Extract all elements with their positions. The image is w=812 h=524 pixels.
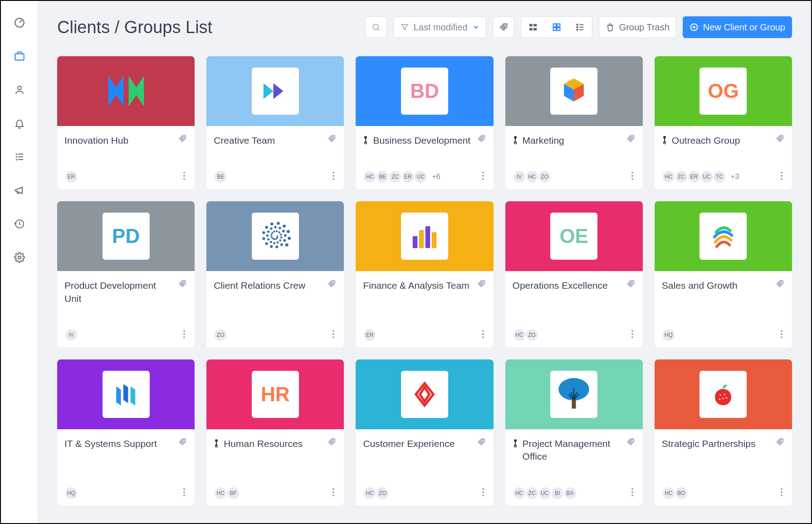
card-menu-button[interactable] [181, 170, 187, 184]
avatar-overflow[interactable]: +6 [432, 173, 440, 181]
avatar[interactable]: BA [563, 486, 577, 500]
card-menu-button[interactable] [330, 328, 337, 342]
nav-notifications[interactable] [10, 114, 29, 132]
view-cards[interactable] [521, 17, 545, 38]
nav-announce[interactable] [10, 181, 29, 199]
avatar[interactable]: BE [376, 170, 389, 184]
nav-tasks[interactable] [10, 148, 29, 166]
avatar[interactable]: HC [662, 486, 675, 500]
card-menu-button[interactable] [629, 486, 636, 500]
tag-icon[interactable] [626, 279, 636, 291]
avatar[interactable]: ZC [388, 170, 402, 184]
avatar[interactable]: HC [662, 170, 675, 184]
client-card[interactable]: OGOutreach GroupHCZCERUCTC+3 [655, 56, 792, 189]
nav-clients[interactable] [10, 47, 29, 65]
avatar[interactable]: HQ [64, 486, 78, 500]
avatar[interactable]: UC [700, 170, 714, 184]
avatar[interactable]: IV [513, 170, 526, 184]
svg-point-137 [631, 495, 633, 496]
client-card[interactable]: Creative TeamBE [206, 56, 344, 189]
tags-button[interactable] [493, 16, 514, 38]
client-card[interactable]: MarketingIVHCZO [505, 56, 643, 189]
avatar[interactable]: ZO [214, 328, 227, 342]
avatar[interactable]: UC [538, 486, 552, 500]
card-menu-button[interactable] [480, 328, 486, 342]
avatar[interactable]: IV [64, 328, 78, 342]
nav-people[interactable] [10, 81, 29, 99]
client-card[interactable]: BDBusiness DevelopmentHCBEZCERUC+6 [356, 56, 493, 189]
view-list[interactable] [568, 17, 592, 38]
nav-history[interactable] [10, 215, 29, 233]
avatar[interactable]: HC [214, 486, 227, 500]
avatar[interactable]: HC [363, 486, 377, 500]
client-card[interactable]: Project Management OfficeHCZCUCBIBA [505, 359, 643, 506]
card-menu-button[interactable] [480, 170, 486, 184]
client-card[interactable]: OEOperations ExcellenceHCZO [505, 201, 643, 348]
card-menu-button[interactable] [629, 170, 636, 184]
client-card[interactable]: PDProduct Development UnitIV [57, 201, 195, 348]
search-button[interactable] [365, 16, 387, 38]
tag-icon[interactable] [327, 134, 337, 146]
tag-icon[interactable] [775, 437, 785, 449]
tag-icon[interactable] [626, 437, 636, 449]
client-card[interactable]: HRHuman ResourcesHCBF [206, 359, 344, 506]
card-menu-button[interactable] [330, 170, 337, 184]
avatar[interactable]: BI [551, 486, 564, 500]
group-trash-button[interactable]: Group Trash [599, 16, 676, 38]
avatar[interactable]: ZC [675, 170, 688, 184]
new-client-button[interactable]: New Client or Group [683, 16, 792, 38]
card-title: Marketing [523, 134, 621, 147]
client-card[interactable]: Sales and GrowthHQ [655, 201, 792, 348]
avatar[interactable]: TC [713, 170, 726, 184]
card-menu-button[interactable] [480, 486, 486, 500]
avatar[interactable]: ZO [538, 170, 552, 184]
filter-dropdown[interactable]: Last modified [393, 16, 486, 38]
tag-icon[interactable] [476, 134, 486, 146]
avatar[interactable]: HC [363, 170, 377, 184]
avatar[interactable]: BE [214, 170, 227, 184]
tag-icon[interactable] [626, 134, 636, 146]
client-card[interactable]: IT & Systems SupportHQ [57, 359, 195, 506]
tag-icon[interactable] [476, 437, 486, 449]
card-menu-button[interactable] [629, 328, 636, 342]
card-menu-button[interactable] [778, 486, 785, 500]
card-menu-button[interactable] [181, 486, 187, 500]
tag-icon[interactable] [177, 134, 187, 146]
avatar[interactable]: HC [513, 328, 526, 342]
tag-icon[interactable] [775, 279, 785, 291]
avatar[interactable]: ER [401, 170, 415, 184]
client-card[interactable]: Customer ExperienceHCZO [356, 359, 493, 506]
nav-settings[interactable] [10, 248, 29, 267]
card-menu-button[interactable] [181, 328, 187, 342]
tag-icon[interactable] [327, 279, 337, 291]
avatar[interactable]: HC [525, 170, 539, 184]
avatar[interactable]: ER [363, 328, 377, 342]
avatar-overflow[interactable]: +3 [731, 173, 739, 181]
avatar[interactable]: ZO [525, 328, 539, 342]
nav-dashboard[interactable] [10, 14, 29, 32]
client-card[interactable]: Innovation HubER [57, 56, 195, 189]
avatar[interactable]: ZO [376, 486, 389, 500]
card-menu-button[interactable] [330, 486, 337, 500]
card-menu-button[interactable] [778, 328, 785, 342]
tag-icon[interactable] [476, 279, 486, 291]
tag-icon[interactable] [775, 134, 785, 146]
avatar[interactable]: HQ [662, 328, 675, 342]
avatar[interactable]: ER [64, 170, 78, 184]
tag-icon[interactable] [327, 437, 337, 449]
view-grid[interactable] [545, 17, 568, 38]
card-menu-button[interactable] [778, 170, 785, 184]
svg-point-102 [482, 282, 484, 283]
avatar[interactable]: ER [687, 170, 701, 184]
avatar[interactable]: BO [675, 486, 688, 500]
client-card[interactable]: Finance & Analysis TeamER [356, 201, 493, 348]
svg-rect-1 [15, 54, 24, 60]
client-card[interactable]: Strategic PartnershipsHCBO [655, 359, 792, 506]
avatar[interactable]: HC [513, 486, 526, 500]
avatar[interactable]: UC [414, 170, 427, 184]
avatar[interactable]: ZC [525, 486, 539, 500]
client-card[interactable]: Client Relations CrewZO [206, 201, 344, 348]
tag-icon[interactable] [177, 279, 187, 291]
tag-icon[interactable] [177, 437, 187, 449]
avatar[interactable]: BF [226, 486, 240, 500]
